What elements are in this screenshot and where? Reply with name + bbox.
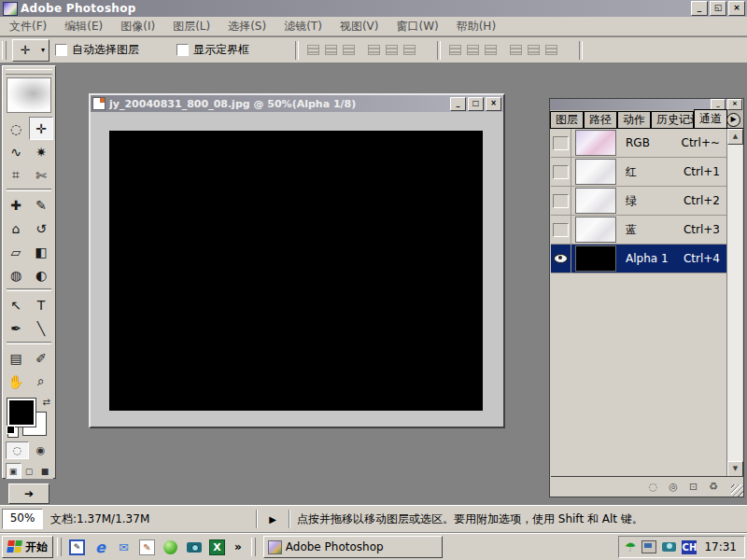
palette-close-button[interactable]: × (727, 99, 742, 110)
standard-mode-button[interactable]: ◌ (6, 441, 29, 459)
auto-select-layer-checkbox[interactable] (55, 44, 67, 56)
channel-thumbnail[interactable] (575, 130, 616, 156)
quick-mask-mode-button[interactable]: ◉ (29, 441, 52, 459)
restore-button[interactable]: ◱ (710, 1, 726, 16)
empty-eye-box[interactable] (553, 165, 569, 179)
app-title-bar[interactable]: Adobe Photoshop _ ◱ × (0, 0, 747, 17)
visibility-toggle[interactable] (551, 245, 571, 273)
green-app-icon[interactable] (163, 540, 177, 554)
fullscreen-mode-button[interactable]: ■ (37, 463, 53, 479)
channel-row-rgb[interactable]: RGB Ctrl+~ (551, 129, 727, 158)
brush-tool[interactable]: ✎ (29, 193, 53, 217)
menu-item-select[interactable]: 选择(S) (228, 19, 266, 35)
channel-row-blue[interactable]: 蓝 Ctrl+3 (551, 216, 727, 245)
standard-screen-mode-button[interactable]: ▣ (6, 463, 21, 479)
visibility-toggle[interactable] (551, 158, 571, 186)
blur-tool[interactable]: ◍ (4, 263, 28, 287)
doc-minimize-button[interactable]: _ (450, 97, 466, 111)
crop-tool[interactable]: ⌗ (4, 163, 28, 187)
quick-launch-more-chevron[interactable]: » (233, 540, 244, 553)
foreground-color-swatch[interactable] (7, 399, 35, 427)
channel-thumbnail[interactable] (575, 217, 616, 243)
tab-history[interactable]: 历史记录 (651, 111, 694, 128)
clone-stamp-tool[interactable]: ⌂ (4, 217, 28, 240)
chevron-down-icon[interactable]: ▾ (37, 40, 49, 61)
palette-resize-grip[interactable] (731, 484, 743, 497)
channel-thumbnail[interactable] (575, 245, 616, 272)
save-selection-as-channel-icon[interactable]: ◎ (669, 482, 678, 492)
document-title-bar[interactable]: jy_20040831_800_08.jpg @ 50%(Alpha 1/8) … (91, 95, 503, 112)
load-channel-as-selection-icon[interactable]: ◌ (649, 482, 658, 492)
tray-camera-icon[interactable] (662, 542, 676, 552)
clock[interactable]: 17:31 (702, 540, 737, 553)
empty-eye-box[interactable] (553, 223, 569, 237)
acdsee-camera-icon[interactable] (187, 542, 202, 553)
channel-name[interactable]: 蓝 (620, 222, 684, 238)
start-button[interactable]: 开始 (2, 536, 53, 558)
excel-icon[interactable]: X (209, 539, 225, 555)
zoom-tool[interactable]: ⌕ (29, 370, 53, 393)
lasso-tool[interactable]: ∿ (4, 140, 28, 163)
empty-eye-box[interactable] (553, 136, 569, 150)
close-button[interactable]: × (728, 1, 745, 16)
slice-tool[interactable]: ✄ (29, 163, 53, 187)
delete-channel-icon[interactable]: ♻ (709, 482, 718, 492)
fullscreen-with-menu-button[interactable]: ▢ (21, 463, 37, 479)
show-bounding-box-option[interactable]: 显示定界框 (176, 42, 249, 58)
path-selection-tool[interactable]: ↖ (4, 293, 28, 316)
visibility-toggle[interactable] (551, 129, 571, 157)
palette-menu-icon[interactable]: ▶ (726, 113, 740, 127)
options-bar-grip[interactable] (2, 41, 7, 60)
tab-channels[interactable]: 通道 (694, 109, 727, 128)
toolbox-grip[interactable] (6, 69, 52, 75)
image-canvas[interactable] (109, 131, 483, 411)
tool-preset-picker[interactable]: ✛ ▾ (12, 39, 49, 62)
menu-item-layer[interactable]: 图层(L) (173, 19, 210, 35)
visibility-toggle[interactable] (551, 187, 571, 215)
menu-item-help[interactable]: 帮助(H) (457, 19, 496, 35)
channel-name[interactable]: Alpha 1 (620, 252, 684, 265)
dodge-tool[interactable]: ◐ (29, 263, 53, 287)
menu-item-view[interactable]: 视图(V) (340, 19, 379, 35)
minimize-button[interactable]: _ (691, 1, 708, 16)
channel-row-red[interactable]: 红 Ctrl+1 (551, 158, 727, 187)
healing-brush-tool[interactable]: ✚ (4, 193, 28, 217)
channel-thumbnail[interactable] (575, 159, 616, 185)
history-brush-tool[interactable]: ↺ (29, 217, 53, 240)
outlook-express-icon[interactable]: ✉ (116, 539, 132, 555)
input-method-indicator[interactable]: CH (682, 540, 697, 554)
menu-item-file[interactable]: 文件(F) (9, 19, 47, 35)
zoom-level-input[interactable]: 50% (2, 509, 43, 529)
type-tool[interactable]: T (29, 293, 53, 316)
status-menu-arrow-icon[interactable]: ▶ (257, 510, 289, 528)
eraser-tool[interactable]: ▱ (4, 240, 28, 263)
magic-wand-tool[interactable]: ✷ (29, 140, 53, 163)
move-tool[interactable]: ✛ (29, 117, 53, 140)
gradient-tool[interactable]: ◧ (29, 240, 53, 263)
channel-row-alpha1[interactable]: Alpha 1 Ctrl+4 (551, 245, 727, 273)
empty-eye-box[interactable] (553, 194, 569, 208)
photoshop-doc-icon[interactable]: ✎ (139, 539, 155, 555)
channel-name[interactable]: 绿 (620, 193, 684, 209)
new-channel-icon[interactable]: ⊡ (689, 482, 698, 492)
auto-select-layer-option[interactable]: 自动选择图层 (55, 42, 139, 58)
default-colors-icon[interactable] (7, 427, 19, 438)
photoshop-feather-logo[interactable] (7, 77, 51, 113)
notes-tool[interactable]: ▤ (4, 346, 28, 370)
show-desktop-icon[interactable]: ✎ (69, 539, 85, 555)
elliptical-marquee-tool[interactable]: ◌ (4, 117, 28, 140)
channel-row-green[interactable]: 绿 Ctrl+2 (551, 187, 727, 216)
pen-tool[interactable]: ✒ (4, 316, 28, 340)
palette-scrollbar[interactable]: ▲ ▼ (726, 129, 742, 477)
show-bounding-box-checkbox[interactable] (176, 44, 189, 56)
menu-item-image[interactable]: 图像(I) (120, 19, 155, 35)
internet-explorer-icon[interactable]: e (92, 539, 108, 555)
tab-actions[interactable]: 动作 (617, 111, 651, 128)
doc-close-button[interactable]: × (486, 97, 501, 111)
channel-thumbnail[interactable] (575, 188, 616, 214)
visibility-toggle[interactable] (551, 216, 571, 244)
doc-maximize-button[interactable]: □ (468, 97, 484, 111)
tab-layers[interactable]: 图层 (550, 111, 584, 128)
scroll-down-icon[interactable]: ▼ (727, 461, 743, 477)
tab-paths[interactable]: 路径 (584, 111, 617, 128)
